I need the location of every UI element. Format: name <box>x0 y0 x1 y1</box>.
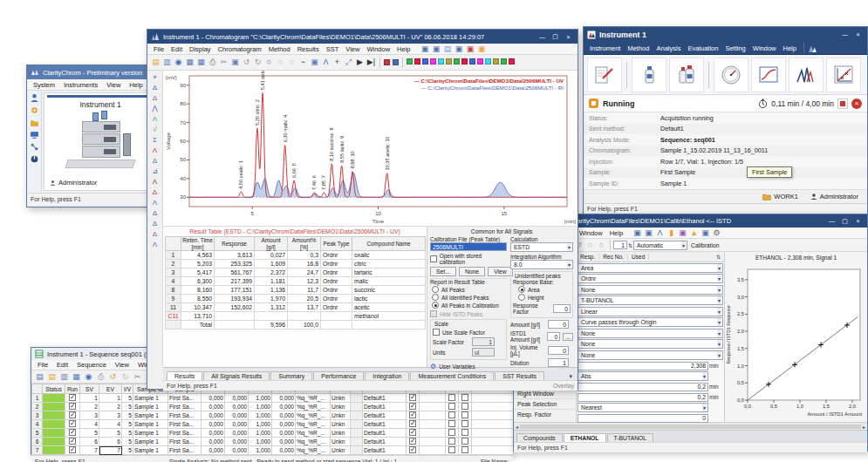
tab-measurement-conditions[interactable]: Measurement Conditions <box>410 371 494 380</box>
menu-item-view[interactable]: View <box>342 44 363 54</box>
calibration-options-icon[interactable]: ▣ <box>632 228 643 239</box>
compound-property-select[interactable]: Nearest▾ <box>578 403 708 412</box>
peak-end-icon[interactable]: Λ <box>149 114 161 124</box>
signal-color-swatch[interactable] <box>477 58 483 65</box>
single-analysis-button[interactable] <box>632 58 666 92</box>
report-option-all-identified-peaks[interactable]: All Identified Peaks <box>432 294 507 301</box>
result-table-row[interactable]: 35,417561,7672,37224,7Ordnrtartaric <box>166 268 426 277</box>
close-button[interactable]: × <box>852 30 864 39</box>
tab-compounds[interactable]: Compounds <box>516 433 563 442</box>
dilution-input[interactable]: 1 <box>548 358 569 367</box>
result-table-row[interactable]: 14,5633,6130,0270,3Ordnroxalic <box>166 251 426 260</box>
units-input[interactable]: ul <box>472 348 495 357</box>
signal-color-swatch[interactable] <box>469 58 475 65</box>
menu-item-analysis[interactable]: Analysis <box>653 44 684 53</box>
istd-icon[interactable]: ▲ <box>688 228 700 239</box>
sequence-row[interactable]: 4445Sample 1First Sa...0,0000,0001,0000,… <box>32 420 514 429</box>
result-table-row[interactable]: 88,160177,1511,13611,7Ordnrsuccinic <box>166 286 426 295</box>
maximize-button[interactable]: ▢ <box>550 32 561 42</box>
common-scale-icon[interactable]: Δ <box>149 83 161 92</box>
tab-t-butanol[interactable]: T-BUTANOL <box>607 433 654 442</box>
clarity-main-titlebar[interactable]: ClarityChrom - Preliminary version <box>27 65 159 79</box>
print-preview-icon[interactable]: ▦ <box>195 57 207 68</box>
response-base-height-radio[interactable]: Height <box>518 294 571 301</box>
menu-item-file[interactable]: File <box>34 360 51 370</box>
compound-property-input[interactable]: 0 <box>578 414 708 423</box>
axes-icon[interactable]: ⌖ <box>149 72 161 82</box>
close-button[interactable]: × <box>852 216 864 226</box>
open-icon[interactable]: ▤ <box>46 371 58 383</box>
calibration-level-spinner[interactable]: 1 <box>613 241 627 249</box>
run-checkbox[interactable] <box>69 411 76 418</box>
signal-color-swatch[interactable] <box>422 58 428 65</box>
calibration-curve-plot[interactable]: 0,00,51,01,52,02,53,03,50,00,51,01,52,0R… <box>725 264 867 421</box>
integrate-icon[interactable]: Σ <box>149 135 161 145</box>
view-button[interactable]: View <box>488 267 513 276</box>
signal-color-swatch[interactable] <box>461 58 468 65</box>
preview-icon[interactable]: ◉ <box>83 371 94 383</box>
run-checkbox[interactable] <box>69 420 76 427</box>
menu-item-view[interactable]: View <box>112 360 133 370</box>
tab-all-signals-results[interactable]: All Signals Results <box>203 371 270 380</box>
power-icon[interactable] <box>30 154 39 164</box>
monitor-icon[interactable] <box>30 130 39 139</box>
menu-item-window[interactable]: Window <box>363 44 393 54</box>
spinner-arrows-icon[interactable]: ⇅ <box>713 254 724 260</box>
calculation-select[interactable]: ESTD▾ <box>510 242 573 252</box>
tab-results[interactable]: Results <box>167 371 202 380</box>
minimize-button[interactable]: — <box>537 32 548 42</box>
print-icon[interactable]: ⎙ <box>95 371 106 383</box>
folder-icon[interactable] <box>30 118 39 127</box>
sequence-row[interactable]: 1115Sample 1First Sa...0,0000,0001,0000,… <box>32 394 514 403</box>
menu-item-sequence[interactable]: Sequence <box>73 360 110 370</box>
sequence-row[interactable]: 5555Sample 1First Sa...0,0000,0001,0000,… <box>32 429 514 438</box>
sequence-row[interactable]: 2225Sample 1First Sa...0,0000,0001,0000,… <box>32 403 514 411</box>
report-option-all-peaks[interactable]: All Peaks <box>432 286 507 293</box>
menu-item-help[interactable]: Help <box>606 228 626 238</box>
menu-item-view[interactable]: View <box>103 80 124 90</box>
stop-button[interactable] <box>837 99 848 109</box>
reject-icon[interactable]: Δ <box>149 187 161 197</box>
sequence-row[interactable]: 6665Sample 1First Sa...0,0000,0001,0000,… <box>32 438 514 446</box>
menu-item-help[interactable]: Help <box>779 44 799 53</box>
compound-property-input[interactable]: 0,2 <box>578 393 708 402</box>
menu-item-display[interactable]: Display <box>186 44 215 54</box>
report-setup-icon[interactable]: ▦ <box>184 57 195 68</box>
tab-integration[interactable]: Integration <box>365 371 409 380</box>
signal-color-swatch[interactable] <box>430 58 436 65</box>
signal-color-swatch[interactable] <box>509 58 515 65</box>
signal-color-swatch[interactable] <box>407 58 413 65</box>
chromatogram-plot[interactable]: 3040506070809051015[mV]VoltageTime[min]4… <box>163 71 578 226</box>
istd-more-button[interactable]: ... <box>563 333 573 341</box>
set-button[interactable]: Set... <box>430 267 456 276</box>
user-indicator[interactable]: Administrator <box>810 193 858 200</box>
spinner-arrows-icon[interactable]: ⇅ <box>628 242 632 248</box>
user-icon[interactable] <box>30 93 39 103</box>
inj-volume-input[interactable]: 0 <box>548 346 569 355</box>
chromatogram-titlebar[interactable]: Instrument 1 - Chromatogram "C:\ClarityC… <box>147 30 578 44</box>
overlay-icon[interactable]: ▣ <box>420 44 431 55</box>
instrument-titlebar[interactable]: Instrument 1 — × <box>584 27 867 42</box>
minimize-button[interactable]: — <box>826 216 837 226</box>
new-icon[interactable]: ▤ <box>34 371 45 383</box>
zoom-icon[interactable]: ○ <box>263 57 275 68</box>
sequence-table[interactable]: StatusRunSVEVI/VSample IDSample1115Sampl… <box>31 384 512 455</box>
lock-icon[interactable]: Λ <box>149 177 161 187</box>
menu-item-instrument[interactable]: Instrument <box>586 44 624 53</box>
report-option-all-peaks-in-calibration[interactable]: All Peaks in Calibration <box>432 302 507 309</box>
compound-property-select[interactable]: Area▾ <box>578 263 723 273</box>
menu-item-setting[interactable]: Setting <box>721 44 748 53</box>
run-checkbox[interactable] <box>69 438 76 445</box>
menu-item-method[interactable]: Method <box>265 44 294 54</box>
menu-item-system[interactable]: System <box>30 80 58 90</box>
front-tangent-icon[interactable]: Λ <box>149 198 161 207</box>
overlay-signal-swatch[interactable] <box>393 59 399 65</box>
menu-item-evaluation[interactable]: Evaluation <box>684 44 721 53</box>
tab-ethanol[interactable]: ETHANOL <box>564 433 606 442</box>
report-icon[interactable]: ▣ <box>643 228 654 239</box>
compound-property-select[interactable]: Curve passes through Origin▾ <box>578 317 723 327</box>
menu-item-window[interactable]: Window <box>749 44 780 53</box>
fixed-scale-icon[interactable]: Δ <box>149 93 161 103</box>
istd-amount-input[interactable]: 0 <box>547 332 561 341</box>
baseline-tool-icon[interactable]: ⌁ <box>297 57 309 68</box>
